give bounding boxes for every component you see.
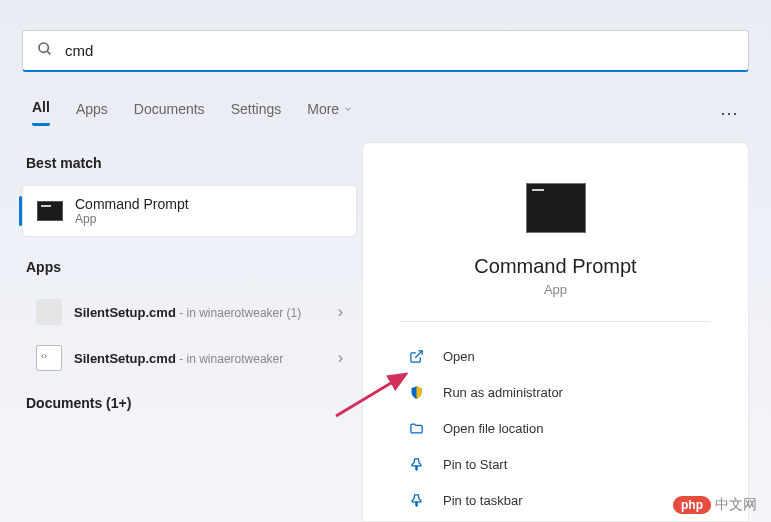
- search-icon: [37, 41, 53, 61]
- action-open-file-location[interactable]: Open file location: [401, 410, 710, 446]
- search-box[interactable]: [22, 30, 749, 72]
- app-item-label: SilentSetup.cmd - in winaerotweaker (1): [74, 305, 326, 320]
- action-pin-to-taskbar[interactable]: Pin to taskbar: [401, 482, 710, 518]
- pin-icon: [407, 491, 425, 509]
- tab-all[interactable]: All: [32, 99, 50, 126]
- action-label: Open file location: [443, 421, 543, 436]
- tab-more-label: More: [307, 101, 339, 117]
- cmd-icon-large: [526, 183, 586, 233]
- folder-icon: [407, 419, 425, 437]
- best-match-item[interactable]: Command Prompt App: [22, 185, 357, 237]
- action-label: Run as administrator: [443, 385, 563, 400]
- watermark: php 中文网: [673, 496, 757, 514]
- action-label: Open: [443, 349, 475, 364]
- file-icon: [36, 299, 62, 325]
- section-documents: Documents (1+): [22, 395, 357, 411]
- chevron-down-icon: [343, 104, 353, 114]
- action-run-as-admin[interactable]: Run as administrator: [401, 374, 710, 410]
- action-label: Pin to taskbar: [443, 493, 523, 508]
- overflow-menu[interactable]: ⋯: [720, 102, 739, 124]
- svg-line-2: [415, 350, 422, 357]
- search-input[interactable]: [65, 42, 734, 59]
- tab-apps[interactable]: Apps: [76, 101, 108, 125]
- chevron-right-icon: ›: [338, 349, 343, 367]
- svg-line-1: [47, 51, 50, 54]
- preview-subtitle: App: [401, 282, 710, 297]
- action-pin-to-start[interactable]: Pin to Start: [401, 446, 710, 482]
- chevron-right-icon: ›: [338, 303, 343, 321]
- app-item[interactable]: SilentSetup.cmd - in winaerotweaker ›: [22, 335, 357, 381]
- watermark-text: 中文网: [715, 496, 757, 514]
- svg-point-0: [39, 43, 48, 52]
- tab-settings[interactable]: Settings: [231, 101, 282, 125]
- tab-more[interactable]: More: [307, 101, 353, 125]
- action-label: Pin to Start: [443, 457, 507, 472]
- preview-panel: Command Prompt App Open Run as administr…: [362, 142, 749, 522]
- tabs: All Apps Documents Settings More ⋯: [32, 99, 739, 126]
- results-column: Best match Command Prompt App Apps Silen…: [22, 155, 357, 425]
- best-match-subtitle: App: [75, 212, 189, 226]
- cmd-icon: [37, 201, 63, 221]
- best-match-title: Command Prompt: [75, 196, 189, 212]
- watermark-badge: php: [673, 496, 711, 514]
- app-item[interactable]: SilentSetup.cmd - in winaerotweaker (1) …: [22, 289, 357, 335]
- open-icon: [407, 347, 425, 365]
- section-best-match: Best match: [22, 155, 357, 171]
- divider: [401, 321, 710, 322]
- shield-icon: [407, 383, 425, 401]
- tab-documents[interactable]: Documents: [134, 101, 205, 125]
- preview-title: Command Prompt: [401, 255, 710, 278]
- section-apps: Apps: [22, 259, 357, 275]
- app-item-label: SilentSetup.cmd - in winaerotweaker: [74, 351, 326, 366]
- file-icon: [36, 345, 62, 371]
- action-open[interactable]: Open: [401, 338, 710, 374]
- pin-icon: [407, 455, 425, 473]
